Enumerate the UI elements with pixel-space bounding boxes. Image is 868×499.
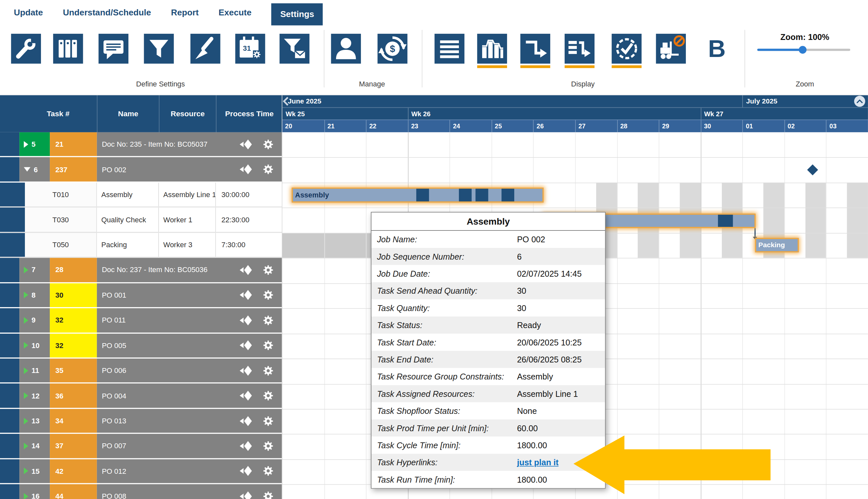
task-hyperlink[interactable]: just plan it [517,458,558,467]
brush-icon[interactable] [190,34,220,63]
expand-arrow-icon[interactable] [24,493,28,499]
row-settings-gear-icon[interactable] [263,139,274,150]
gantt-bar-assembly[interactable]: Assembly [292,187,544,203]
move-diamond-icon[interactable] [239,290,254,301]
expand-cell[interactable]: 14 [19,434,50,458]
row-settings-gear-icon[interactable] [263,365,274,376]
binders-icon[interactable] [53,34,83,63]
menu-settings[interactable]: Settings [272,3,323,26]
currency-sync-icon[interactable]: $ [378,34,408,63]
user-icon[interactable] [331,34,361,63]
job-row[interactable]: 1644PO 008 [0,484,282,499]
expand-cell[interactable]: 7 [19,258,50,282]
expand-cell[interactable]: 5 [19,132,50,156]
row-settings-gear-icon[interactable] [263,290,274,300]
column-header-resource[interactable]: Resource [159,95,216,132]
expand-cell[interactable]: 6 [19,158,50,181]
job-row[interactable]: 1437PO 007 [0,434,282,459]
task-row[interactable]: T030Quality CheckWorker 122:30:00 [0,208,282,233]
expand-arrow-icon[interactable] [24,141,28,147]
menu-execute[interactable]: Execute [218,8,251,18]
job-name: PO 011 [102,308,237,332]
job-row[interactable]: 1032PO 005 [0,333,282,358]
job-row[interactable]: 1236PO 004 [0,384,282,409]
job-row[interactable]: 1542PO 012 [0,459,282,484]
calendar-settings-icon[interactable]: 31 [235,34,265,63]
move-diamond-icon[interactable] [239,365,254,376]
expand-cell[interactable]: 8 [19,283,50,307]
milestone-diamond[interactable] [807,165,818,175]
menu-understand-schedule[interactable]: Understand/Schedule [63,8,151,18]
day-header-cell: 23 [408,120,450,133]
move-diamond-icon[interactable] [239,466,254,477]
move-diamond-icon[interactable] [239,491,254,499]
move-diamond-icon[interactable] [239,139,254,150]
grouped-flow-icon[interactable] [565,34,594,63]
move-diamond-icon[interactable] [239,390,254,401]
bold-b-icon[interactable]: B [702,34,732,63]
funnel-mail-icon[interactable] [279,34,309,63]
expand-cell[interactable]: 15 [19,459,50,483]
expand-arrow-icon[interactable] [24,392,28,399]
zoom-slider-thumb[interactable] [799,46,807,54]
funnel-icon[interactable] [144,34,173,63]
row-settings-gear-icon[interactable] [263,340,274,351]
column-header-process-time[interactable]: Process Time [216,95,282,132]
move-diamond-icon[interactable] [239,440,254,451]
expand-cell[interactable]: 9 [19,308,50,332]
expand-arrow-icon[interactable] [24,417,28,424]
day-header-cell: 20 [282,120,324,133]
comment-icon[interactable] [99,34,129,63]
row-settings-gear-icon[interactable] [263,265,274,275]
expand-cell[interactable]: 12 [19,384,50,407]
job-row[interactable]: 6237PO 002 [0,158,282,183]
job-row[interactable]: 1334PO 013 [0,409,282,434]
row-settings-gear-icon[interactable] [263,315,274,326]
load-chart-icon[interactable] [477,34,507,63]
job-row[interactable]: 932PO 011 [0,308,282,333]
move-diamond-icon[interactable] [239,415,254,426]
clock-check-icon[interactable] [612,34,641,63]
wrench-icon[interactable] [11,34,41,63]
job-color-badge: 32 [50,333,97,357]
move-diamond-icon[interactable] [239,340,254,351]
task-row[interactable]: T050PackingWorker 37:30:00 [0,233,282,258]
expand-cell[interactable]: 11 [19,358,50,382]
job-row[interactable]: 830PO 001 [0,283,282,308]
expand-arrow-icon[interactable] [24,468,28,474]
job-row[interactable]: 521Doc No: 235 - Item No: BC05037 [0,132,282,158]
row-settings-gear-icon[interactable] [263,441,274,451]
move-diamond-icon[interactable] [239,265,254,276]
row-settings-gear-icon[interactable] [263,164,274,174]
menu-report[interactable]: Report [171,8,198,18]
expand-arrow-icon[interactable] [24,317,28,324]
expand-arrow-icon[interactable] [24,367,28,374]
job-row[interactable]: 1135PO 006 [0,358,282,384]
forklift-blocked-icon[interactable] [656,34,686,63]
expand-cell[interactable]: 16 [19,484,50,499]
expand-arrow-icon[interactable] [24,443,28,449]
bar-label: Assembly [295,188,329,202]
expand-cell[interactable]: 10 [19,333,50,357]
expand-arrow-icon[interactable] [24,342,28,349]
row-settings-gear-icon[interactable] [263,390,274,401]
expand-arrow-icon[interactable] [24,267,28,273]
task-row[interactable]: T010AssemblyAssembly Line 130:00:00 [0,182,282,208]
row-settings-gear-icon[interactable] [263,415,274,426]
job-row[interactable]: 728Doc No: 237 - Item No: BC05036 [0,258,282,283]
gantt-bar-packing[interactable]: Packing [755,238,799,253]
menubar: Update Understand/Schedule Report Execut… [0,0,868,26]
move-diamond-icon[interactable] [239,315,254,326]
flow-arrow-icon[interactable] [520,34,550,63]
collapse-header-icon[interactable] [854,96,865,107]
menu-update[interactable]: Update [14,8,43,18]
row-settings-gear-icon[interactable] [263,466,274,476]
expand-cell[interactable]: 13 [19,409,50,433]
expand-arrow-icon[interactable] [24,292,28,298]
collapse-arrow-icon[interactable] [24,167,31,172]
list-lines-icon[interactable] [435,34,465,63]
row-settings-gear-icon[interactable] [263,491,274,499]
column-header-name[interactable]: Name [97,95,159,132]
column-header-task[interactable]: Task # [19,95,97,132]
move-diamond-icon[interactable] [239,164,254,175]
